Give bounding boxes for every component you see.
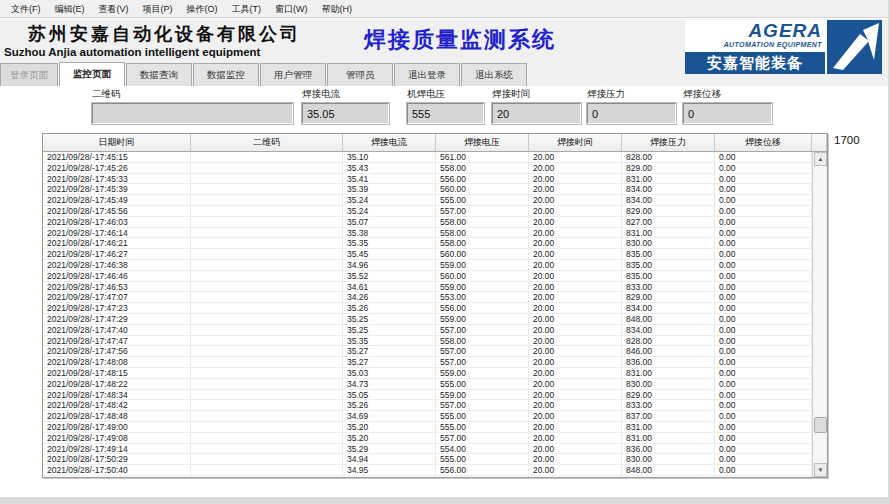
table-row[interactable]: 2021/09/28/-17:48:3435.05559.0020.00829.… (43, 390, 812, 401)
tab-1[interactable]: 监控页面 (59, 62, 125, 86)
cell-焊接时间: 20.00 (529, 357, 622, 367)
table-row[interactable]: 2021/09/28/-17:49:0035.20555.0020.00831.… (43, 422, 812, 433)
table-row[interactable]: 2021/09/28/-17:45:1535.10561.0020.00828.… (43, 152, 812, 163)
tab-5[interactable]: 管理员 (327, 63, 393, 86)
table-row[interactable]: 2021/09/28/-17:47:2335.26556.0020.00834.… (43, 303, 812, 314)
column-header-1[interactable]: 二维码 (191, 134, 343, 152)
cell-焊接时间: 20.00 (529, 282, 622, 292)
column-header-6[interactable]: 焊接位移 (715, 134, 812, 152)
menu-item-5[interactable]: 工具(T) (225, 0, 269, 18)
column-header-2[interactable]: 焊接电流 (343, 134, 436, 152)
cell-焊接时间: 20.00 (529, 444, 622, 454)
tab-2[interactable]: 数据查询 (126, 63, 192, 86)
cell-焊接位移: 0.00 (715, 282, 812, 292)
cell-焊接压力: 836.00 (622, 444, 715, 454)
menu-item-0[interactable]: 文件(F) (4, 0, 48, 18)
tab-7[interactable]: 退出系统 (461, 63, 527, 86)
scroll-down-button[interactable]: ▼ (814, 463, 827, 477)
cell-焊接电流: 35.35 (343, 238, 436, 248)
table-row[interactable]: 2021/09/28/-17:48:1535.03559.0020.00831.… (43, 368, 812, 379)
cell-焊接位移: 0.00 (715, 390, 812, 400)
cell-焊接压力: 829.00 (622, 206, 715, 216)
cell-焊接电流: 35.39 (343, 184, 436, 194)
table-row[interactable]: 2021/09/28/-17:50:4034.95556.0020.00848.… (43, 465, 812, 476)
cell-焊接电流: 34.61 (343, 282, 436, 292)
cell-焊接压力: 834.00 (622, 325, 715, 335)
column-header-5[interactable]: 焊接压力 (622, 134, 715, 152)
cell-焊接电压: 558.00 (436, 336, 529, 346)
table-row[interactable]: 2021/09/28/-17:46:2735.45560.0020.00835.… (43, 249, 812, 260)
table-row[interactable]: 2021/09/28/-17:49:0835.20557.0020.00831.… (43, 433, 812, 444)
menu-item-1[interactable]: 编辑(E) (48, 0, 92, 18)
cell-焊接电压: 559.00 (436, 314, 529, 324)
cell-焊接电流: 35.41 (343, 174, 436, 184)
table-row[interactable]: 2021/09/28/-17:47:2935.25559.0020.00848.… (43, 314, 812, 325)
menu-item-7[interactable]: 帮助(H) (315, 0, 360, 18)
table-row[interactable]: 2021/09/28/-17:50:2934.94555.0020.00830.… (43, 454, 812, 465)
qrcode-input[interactable] (92, 103, 293, 124)
menu-item-3[interactable]: 项目(P) (136, 0, 180, 18)
table-row[interactable]: 2021/09/28/-17:46:0335.07558.0020.00827.… (43, 217, 812, 228)
tab-0[interactable]: 登录页面 (0, 63, 58, 86)
cell-焊接位移: 0.00 (715, 184, 812, 194)
table-row[interactable]: 2021/09/28/-17:48:2234.73555.0020.00830.… (43, 379, 812, 390)
menu-item-4[interactable]: 操作(O) (180, 0, 225, 18)
cell-焊接时间: 20.00 (529, 379, 622, 389)
cell-焊接电压: 559.00 (436, 390, 529, 400)
scroll-up-button[interactable]: ▲ (814, 152, 827, 166)
table-row[interactable]: 2021/09/28/-17:48:0835.27557.0020.00836.… (43, 357, 812, 368)
column-header-4[interactable]: 焊接时间 (529, 134, 622, 152)
cell-日期时间: 2021/09/28/-17:47:56 (43, 346, 191, 356)
displacement-input[interactable] (683, 103, 772, 124)
vertical-scrollbar[interactable]: ▲ ▼ (812, 152, 827, 477)
cell-焊接时间: 20.00 (529, 249, 622, 259)
column-header-3[interactable]: 焊接电压 (436, 134, 529, 152)
table-row[interactable]: 2021/09/28/-17:46:2135.35558.0020.00830.… (43, 238, 812, 249)
table-row[interactable]: 2021/09/28/-17:45:5635.24557.0020.00829.… (43, 206, 812, 217)
table-row[interactable]: 2021/09/28/-17:47:0734.26553.0020.00829.… (43, 292, 812, 303)
table-row[interactable]: 2021/09/28/-17:50:4734.95558.0020.00840.… (43, 476, 812, 477)
time-input[interactable] (492, 103, 581, 124)
field-time: 焊接时间 (492, 88, 581, 124)
scroll-thumb[interactable] (814, 417, 827, 433)
tab-4[interactable]: 用户管理 (260, 63, 326, 86)
table-row[interactable]: 2021/09/28/-17:46:4635.52560.0020.00835.… (43, 271, 812, 282)
cell-日期时间: 2021/09/28/-17:47:07 (43, 292, 191, 302)
cell-日期时间: 2021/09/28/-17:48:08 (43, 357, 191, 367)
table-row[interactable]: 2021/09/28/-17:45:2635.43558.0020.00829.… (43, 163, 812, 174)
cell-二维码 (191, 163, 343, 173)
cell-焊接电压: 558.00 (436, 238, 529, 248)
menu-item-2[interactable]: 查看(V) (92, 0, 136, 18)
tab-6[interactable]: 退出登录 (394, 63, 460, 86)
voltage-input[interactable] (407, 103, 484, 124)
table-row[interactable]: 2021/09/28/-17:47:5635.27557.0020.00846.… (43, 346, 812, 357)
cell-焊接时间: 20.00 (529, 411, 622, 421)
cell-二维码 (191, 206, 343, 216)
column-header-0[interactable]: 日期时间 (43, 134, 191, 152)
table-row[interactable]: 2021/09/28/-17:45:3335.41556.0020.00831.… (43, 174, 812, 185)
table-row[interactable]: 2021/09/28/-17:47:4035.25557.0020.00834.… (43, 325, 812, 336)
cell-焊接电压: 555.00 (436, 195, 529, 205)
table-row[interactable]: 2021/09/28/-17:47:4735.35558.0020.00828.… (43, 336, 812, 347)
table-row[interactable]: 2021/09/28/-17:49:1435.29554.0020.00836.… (43, 444, 812, 455)
cell-焊接电压: 555.00 (436, 411, 529, 421)
table-row[interactable]: 2021/09/28/-17:48:4235.26557.0020.00833.… (43, 400, 812, 411)
current-input[interactable] (302, 103, 389, 124)
menu-item-6[interactable]: 窗口(W) (268, 0, 315, 18)
cell-焊接电压: 560.00 (436, 249, 529, 259)
pressure-input[interactable] (587, 103, 676, 124)
table-row[interactable]: 2021/09/28/-17:45:3935.39560.0020.00834.… (43, 184, 812, 195)
table-row[interactable]: 2021/09/28/-17:48:4834.69555.0020.00837.… (43, 411, 812, 422)
table-row[interactable]: 2021/09/28/-17:46:5334.61559.0020.00833.… (43, 282, 812, 293)
cell-焊接电流: 35.27 (343, 357, 436, 367)
field-pressure: 焊接压力 (587, 88, 676, 124)
company-name-en: Suzhou Anjia automation intelligent equi… (4, 46, 260, 58)
table-row[interactable]: 2021/09/28/-17:45:4935.24555.0020.00834.… (43, 195, 812, 206)
table-row[interactable]: 2021/09/28/-17:46:3834.96559.0020.00835.… (43, 260, 812, 271)
cell-二维码 (191, 465, 343, 475)
tab-3[interactable]: 数据监控 (193, 63, 259, 86)
cell-日期时间: 2021/09/28/-17:45:33 (43, 174, 191, 184)
cell-二维码 (191, 325, 343, 335)
table-row[interactable]: 2021/09/28/-17:46:1435.38558.0020.00831.… (43, 228, 812, 239)
cell-日期时间: 2021/09/28/-17:46:27 (43, 249, 191, 259)
